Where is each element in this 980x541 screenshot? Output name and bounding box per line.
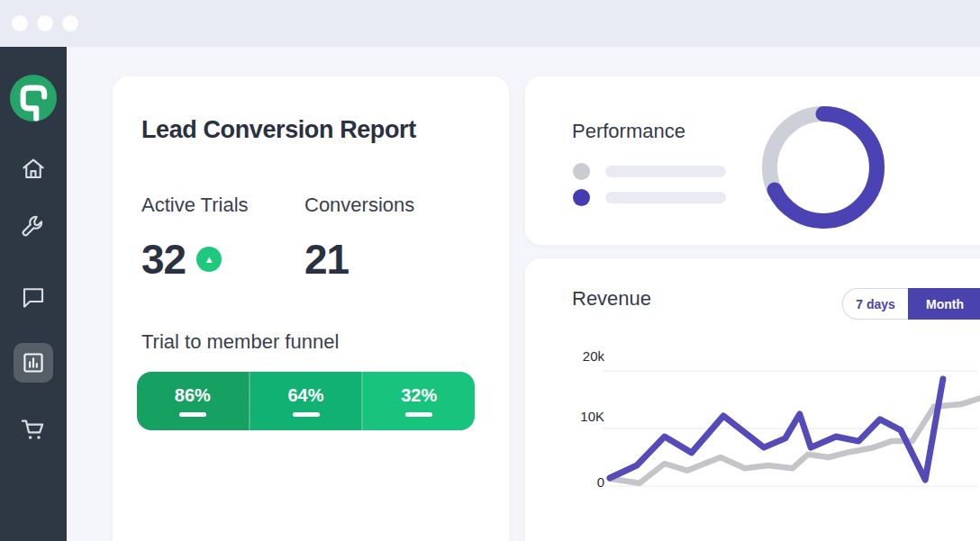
sidebar: [0, 47, 67, 541]
conversions-value: 21: [304, 235, 349, 284]
home-icon: [20, 155, 47, 182]
tab-7-days[interactable]: 7 days: [842, 288, 908, 320]
window-dot: [12, 15, 28, 32]
conversions-stat: 21: [304, 235, 349, 284]
lead-conversion-card: Lead Conversion Report Active Trials Con…: [113, 77, 509, 541]
cart-icon: [19, 415, 48, 444]
active-trials-label: Active Trials: [141, 194, 249, 217]
chat-icon: [20, 284, 47, 311]
funnel-segment-dash: [179, 412, 206, 417]
performance-title: Performance: [572, 120, 685, 143]
legend-placeholder-bar: [605, 192, 726, 203]
conversions-label: Conversions: [304, 194, 414, 217]
performance-card: Performance: [525, 77, 980, 245]
sidebar-item-messages[interactable]: [0, 277, 67, 317]
trend-up-badge: ▲: [196, 247, 222, 272]
window-dot: [62, 15, 78, 32]
sidebar-item-store[interactable]: [0, 410, 67, 449]
revenue-title: Revenue: [572, 287, 651, 311]
window-dot: [37, 15, 53, 32]
legend-item: [573, 163, 726, 180]
bar-chart-icon: [21, 350, 46, 375]
tab-month[interactable]: Month: [908, 288, 980, 320]
legend-dot-purple: [573, 189, 590, 206]
sidebar-item-tools[interactable]: [0, 207, 67, 247]
active-trials-stat: 32 ▲: [141, 235, 222, 284]
brand-logo[interactable]: [10, 75, 57, 122]
sidebar-item-reports[interactable]: [14, 343, 53, 383]
trial-funnel: 86% 64% 32%: [137, 372, 475, 430]
revenue-card: Revenue 7 days Month 20k 10K 0: [525, 258, 980, 541]
triangle-up-icon: ▲: [204, 254, 214, 264]
performance-donut-chart: [756, 100, 891, 235]
funnel-segment-value: 32%: [401, 385, 437, 406]
wrench-icon: [20, 213, 47, 240]
legend-placeholder-bar: [605, 166, 726, 177]
funnel-segment-dash: [293, 412, 320, 417]
range-toggle: 7 days Month: [842, 288, 980, 320]
sidebar-item-home[interactable]: [0, 149, 67, 188]
brand-logo-icon: [10, 75, 57, 122]
lead-card-title: Lead Conversion Report: [141, 116, 416, 144]
funnel-segment-value: 86%: [175, 385, 211, 406]
legend-item: [573, 189, 726, 206]
funnel-segment-dash: [405, 412, 432, 417]
active-trials-value: 32: [141, 235, 186, 284]
funnel-segment-value: 64%: [287, 385, 323, 406]
window-titlebar: [0, 0, 980, 47]
funnel-segment: 32%: [363, 372, 475, 430]
revenue-chart: [552, 348, 980, 501]
funnel-segment: 64%: [250, 372, 364, 430]
funnel-title: Trial to member funnel: [141, 330, 339, 354]
legend-dot-gray: [573, 163, 590, 180]
funnel-segment: 86%: [137, 372, 250, 430]
